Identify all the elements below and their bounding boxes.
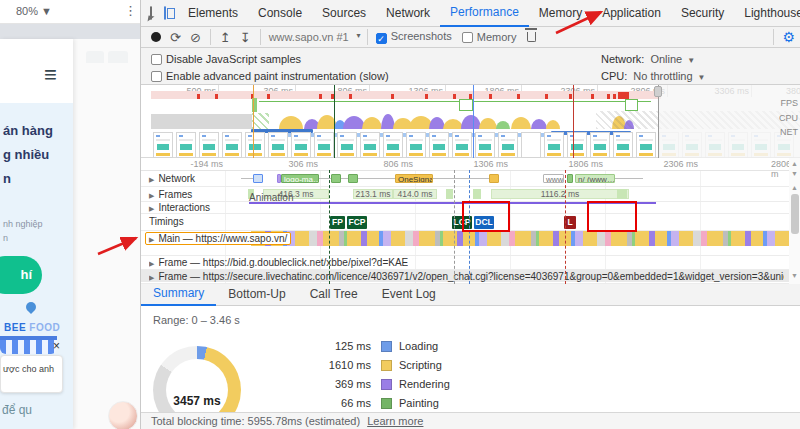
learn-more-link[interactable]: Learn more xyxy=(367,415,423,427)
frame-duration-bar[interactable]: 1116.2 ms xyxy=(491,189,629,199)
tab-bottom-up[interactable]: Bottom-Up xyxy=(216,284,297,306)
network-request-bar[interactable] xyxy=(331,174,341,183)
tab-event-log[interactable]: Event Log xyxy=(370,284,448,306)
disable-js-checkbox[interactable]: Disable JavaScript samples xyxy=(151,53,301,65)
interactions-track-label[interactable]: ▶Interactions xyxy=(149,202,210,213)
screenshots-checkbox[interactable]: ✓Screenshots xyxy=(376,30,452,44)
frames-track-row[interactable]: ▶Frames 416.3 ms213.1 ms414.0 ms1116.2 m… xyxy=(141,187,789,202)
recording-select[interactable]: www.sapo.vn #1▾ xyxy=(269,31,361,43)
detail-scrollbar[interactable]: ▲ ▼ ▲ ▼ xyxy=(789,158,800,284)
network-request-bar[interactable]: www.s… xyxy=(543,174,564,183)
screenshot-thumbnail[interactable] xyxy=(268,132,288,158)
screenshot-thumbnail[interactable] xyxy=(153,132,173,158)
screenshot-thumbnail[interactable] xyxy=(498,132,518,158)
scrollbar-thumb[interactable] xyxy=(791,194,799,234)
hamburger-menu-icon[interactable]: ≡ xyxy=(44,62,57,88)
screenshot-thumbnail[interactable] xyxy=(544,132,564,158)
page-zoom-control[interactable]: 80% ▼ xyxy=(16,5,52,17)
reload-and-record-icon[interactable]: ⟳ xyxy=(170,30,181,45)
browser-menu-icon[interactable]: ⋮ xyxy=(124,3,137,18)
screenshot-thumbnail[interactable] xyxy=(337,132,357,158)
memory-checkbox[interactable]: Memory xyxy=(462,31,517,43)
screenshot-thumbnail[interactable] xyxy=(475,132,495,158)
main-thread-flamechart[interactable] xyxy=(251,231,789,246)
tab-network[interactable]: Network xyxy=(376,0,440,27)
network-request-bar[interactable] xyxy=(489,174,499,183)
delete-recording-icon[interactable] xyxy=(527,32,536,42)
thumbnail-content xyxy=(271,153,285,156)
free-trial-button[interactable]: hí xyxy=(0,256,42,294)
clear-recordings-icon[interactable]: ⊘ xyxy=(190,30,201,45)
overview-window-handle[interactable] xyxy=(654,86,662,97)
detail-ruler-label: 806 ms xyxy=(383,159,413,169)
tab-performance[interactable]: Performance xyxy=(440,0,529,27)
scroll-up-icon[interactable]: ▲ xyxy=(791,184,798,191)
network-request-bar[interactable]: n/ (www… xyxy=(575,174,615,183)
tab-summary[interactable]: Summary xyxy=(141,284,216,306)
chat-agent-avatar[interactable] xyxy=(108,401,138,429)
cpu-throttle-select[interactable]: CPU:No throttling▼ xyxy=(601,70,706,82)
screenshot-thumbnail[interactable] xyxy=(452,132,472,158)
scroll-down-icon[interactable]: ▼ xyxy=(791,272,798,279)
frame-duration-bar[interactable]: 414.0 ms xyxy=(393,189,437,199)
tab-console[interactable]: Console xyxy=(248,0,312,27)
screenshot-thumbnail[interactable] xyxy=(199,132,219,158)
paint-instrumentation-checkbox[interactable]: Enable advanced paint instrumentation (s… xyxy=(151,70,389,82)
network-track-row[interactable]: ▶Network logo-ma…OneSigna…www.s…n/ (www… xyxy=(141,171,789,187)
screenshot-thumbnail[interactable] xyxy=(314,132,334,158)
frame-doubleclick-label[interactable]: ▶Frame — https://bid.g.doubleclick.net/x… xyxy=(149,257,408,268)
frames-track-label[interactable]: ▶Frames xyxy=(149,189,192,200)
device-toolbar-icon[interactable] xyxy=(164,6,166,20)
inspect-element-icon[interactable] xyxy=(150,6,152,20)
screenshot-thumbnail[interactable] xyxy=(590,132,610,158)
chat-tooltip[interactable]: ược cho anh xyxy=(0,355,63,393)
tab-call-tree[interactable]: Call Tree xyxy=(298,284,370,306)
scroll-down-icon[interactable]: ▼ xyxy=(791,170,798,177)
network-request-bar[interactable] xyxy=(348,174,358,183)
screenshot-thumbnail[interactable] xyxy=(406,132,426,158)
save-profile-icon[interactable]: ↧ xyxy=(240,30,251,45)
scroll-up-icon[interactable]: ▲ xyxy=(791,160,798,167)
thumbnail-content xyxy=(340,135,344,137)
frame-track-row[interactable]: ▶Frame — https://secure.livechatinc.com/… xyxy=(141,270,789,284)
browser-tab-strip xyxy=(0,24,140,39)
timing-badge-fcp[interactable]: FCP xyxy=(347,216,367,229)
tab-lighthouse[interactable]: Lighthouse xyxy=(734,0,800,27)
screenshot-thumbnail[interactable] xyxy=(636,132,656,158)
network-request-bar[interactable] xyxy=(567,174,573,183)
chat-close-icon[interactable]: × xyxy=(53,339,60,353)
main-thread-label[interactable]: ▶Main — https://www.sapo.vn/ xyxy=(145,232,291,245)
frame-track-row[interactable]: ▶Frame — https://bid.g.doubleclick.net/x… xyxy=(141,256,789,270)
network-request-bar[interactable]: logo-ma… xyxy=(281,174,319,183)
network-request-bar[interactable] xyxy=(253,174,263,183)
tab-memory[interactable]: Memory xyxy=(529,0,592,27)
network-track-label[interactable]: ▶Network xyxy=(149,173,195,184)
screenshot-thumbnail[interactable] xyxy=(383,132,403,158)
screenshot-thumbnail[interactable] xyxy=(222,132,242,158)
tab-sources[interactable]: Sources xyxy=(312,0,376,27)
main-thread-track-row[interactable]: ▶Main — https://www.sapo.vn/ xyxy=(141,231,789,256)
legend-color-chip xyxy=(381,379,392,390)
network-throttle-select[interactable]: Network:Online▼ xyxy=(601,53,695,65)
screenshot-thumbnail[interactable] xyxy=(291,132,311,158)
tab-application[interactable]: Application xyxy=(592,0,671,27)
network-request-bar[interactable]: OneSigna… xyxy=(395,174,433,183)
load-profile-icon[interactable]: ↥ xyxy=(220,30,231,45)
timeline-overview[interactable]: 500 ms306 ms806 ms1306 ms1806 ms2306 ms2… xyxy=(141,85,800,158)
screenshot-thumbnail[interactable] xyxy=(245,132,265,158)
record-button[interactable] xyxy=(151,32,161,42)
frame-livechat-label[interactable]: ▶Frame — https://secure.livechatinc.com/… xyxy=(149,271,784,282)
screenshot-thumbnail[interactable] xyxy=(429,132,449,158)
screenshot-thumbnail[interactable] xyxy=(176,132,196,158)
tab-security[interactable]: Security xyxy=(671,0,734,27)
screenshot-thumbnail[interactable] xyxy=(521,132,541,158)
recording-name: www.sapo.vn #1 xyxy=(269,31,349,43)
tab-elements[interactable]: Elements xyxy=(178,0,248,27)
screenshot-thumbnail[interactable] xyxy=(613,132,633,158)
screenshot-thumbnail[interactable] xyxy=(360,132,380,158)
screenshot-thumbnail[interactable] xyxy=(567,132,587,158)
thumbnail-content xyxy=(294,153,308,156)
frame-duration-bar[interactable]: 213.1 ms xyxy=(353,189,393,199)
timing-badge-fp[interactable]: FP xyxy=(330,216,345,229)
capture-settings-gear-icon[interactable]: ⚙ xyxy=(773,29,795,45)
